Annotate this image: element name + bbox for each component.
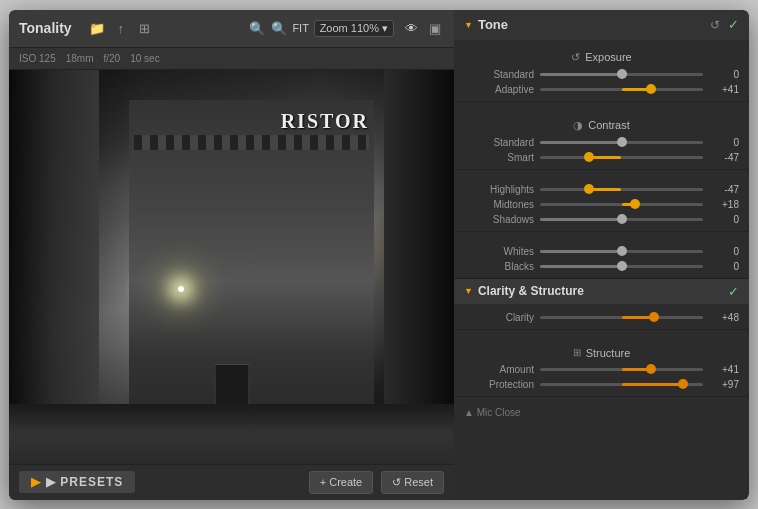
bottom-bar: ▶ ▶ PRESETS + Create ↺ Reset <box>9 464 454 500</box>
photo-scene: RISTOR <box>9 70 454 464</box>
structure-amount-track[interactable] <box>540 368 703 371</box>
create-button[interactable]: + Create <box>309 471 374 494</box>
contrast-standard-track[interactable] <box>540 141 703 144</box>
contrast-standard-row: Standard 0 <box>454 135 749 150</box>
whites-track[interactable] <box>540 250 703 253</box>
contrast-label: Contrast <box>588 119 630 131</box>
clarity-sliders-section: Clarity +48 <box>454 304 749 330</box>
clarity-title: Clarity & Structure <box>478 284 584 298</box>
blacks-row: Blacks 0 <box>454 259 749 274</box>
presets-arrow: ▶ <box>31 475 41 489</box>
zoom-display[interactable]: Zoom 110% ▾ <box>314 20 394 37</box>
presets-button[interactable]: ▶ ▶ PRESETS <box>19 471 135 493</box>
photo-area: RISTOR <box>9 70 454 464</box>
wb-section: Whites 0 Blacks 0 <box>454 238 749 279</box>
structure-protection-row: Protection +97 <box>454 377 749 392</box>
blacks-value: 0 <box>709 261 739 272</box>
highlights-value: -47 <box>709 184 739 195</box>
exposure-adaptive-row: Adaptive +41 <box>454 82 749 97</box>
clarity-row: Clarity +48 <box>454 310 749 325</box>
contrast-smart-track[interactable] <box>540 156 703 159</box>
structure-protection-value: +97 <box>709 379 739 390</box>
shadows-label: Shadows <box>464 214 534 225</box>
grid-icon[interactable]: ⊞ <box>136 19 154 37</box>
exposure-standard-row: Standard 0 <box>454 67 749 82</box>
meta-shutter: 10 sec <box>130 53 159 64</box>
tone-triangle: ▼ <box>464 20 473 30</box>
compare-icon[interactable]: ▣ <box>426 19 444 37</box>
ground <box>9 404 454 464</box>
midtones-value: +18 <box>709 199 739 210</box>
clarity-section-header[interactable]: ▼ Clarity & Structure ✓ <box>454 279 749 304</box>
clarity-track[interactable] <box>540 316 703 319</box>
app-title: Tonality <box>19 20 72 36</box>
exposure-standard-track[interactable] <box>540 73 703 76</box>
eye-icon[interactable]: 👁 <box>402 19 420 37</box>
exposure-label: Exposure <box>585 51 631 63</box>
toolbar-center: 🔍 🔍 FIT Zoom 110% ▾ <box>248 19 394 37</box>
structure-protection-track[interactable] <box>540 383 703 386</box>
meta-aperture: f/20 <box>104 53 121 64</box>
adjustments-scroll[interactable]: ↺ Exposure Standard 0 Adaptive <box>454 40 749 500</box>
exposure-adaptive-value: +41 <box>709 84 739 95</box>
reset-button[interactable]: ↺ Reset <box>381 471 444 494</box>
highlights-track[interactable] <box>540 188 703 191</box>
tone-check-icon[interactable]: ✓ <box>728 17 739 32</box>
tone-title-row: ▼ Tone <box>464 17 508 32</box>
awning <box>134 135 369 150</box>
meta-bar: ISO 125 18mm f/20 10 sec <box>9 48 454 70</box>
exposure-adaptive-label: Adaptive <box>464 84 534 95</box>
clarity-label: Clarity <box>464 312 534 323</box>
blacks-track[interactable] <box>540 265 703 268</box>
tone-label: Tone <box>478 17 508 32</box>
tone-refresh-icon[interactable]: ↺ <box>710 18 720 32</box>
tone-section-header[interactable]: ▼ Tone ↺ ✓ <box>454 10 749 40</box>
mic-close-area: ▲ Mic Close <box>454 403 749 423</box>
tone-actions: ↺ ✓ <box>710 17 739 32</box>
left-panel: Tonality 📁 ↑ ⊞ 🔍 🔍 FIT Zoom 110% ▾ 👁 ▣ I… <box>9 10 454 500</box>
store-sign-text: RISTOR <box>281 110 369 133</box>
highlights-row: Highlights -47 <box>454 182 749 197</box>
exposure-icon: ↺ <box>571 51 580 64</box>
clarity-value: +48 <box>709 312 739 323</box>
whites-value: 0 <box>709 246 739 257</box>
midtones-row: Midtones +18 <box>454 197 749 212</box>
toolbar-icons: 📁 ↑ ⊞ <box>88 19 154 37</box>
right-panel: ▼ Tone ↺ ✓ ↺ Exposure Standard <box>454 10 749 500</box>
share-icon[interactable]: ↑ <box>112 19 130 37</box>
fit-button[interactable]: FIT <box>292 19 310 37</box>
structure-amount-label: Amount <box>464 364 534 375</box>
contrast-smart-value: -47 <box>709 152 739 163</box>
contrast-standard-value: 0 <box>709 137 739 148</box>
whites-label: Whites <box>464 246 534 257</box>
contrast-standard-label: Standard <box>464 137 534 148</box>
meta-focal: 18mm <box>66 53 94 64</box>
structure-amount-value: +41 <box>709 364 739 375</box>
meta-iso: ISO 125 <box>19 53 56 64</box>
exposure-section: ↺ Exposure Standard 0 Adaptive <box>454 40 749 102</box>
folder-icon[interactable]: 📁 <box>88 19 106 37</box>
shadows-row: Shadows 0 <box>454 212 749 227</box>
contrast-title: ◑ Contrast <box>454 114 749 135</box>
blacks-label: Blacks <box>464 261 534 272</box>
presets-label: ▶ PRESETS <box>46 475 123 489</box>
shadows-value: 0 <box>709 214 739 225</box>
mic-close-label: ▲ Mic Close <box>464 407 521 418</box>
structure-title: ⊞ Structure <box>454 342 749 362</box>
contrast-section: ◑ Contrast Standard 0 Smart <box>454 108 749 170</box>
toolbar-right: 👁 ▣ <box>402 19 444 37</box>
toolbar: Tonality 📁 ↑ ⊞ 🔍 🔍 FIT Zoom 110% ▾ 👁 ▣ <box>9 10 454 48</box>
zoom-in-icon[interactable]: 🔍 <box>270 19 288 37</box>
clarity-title-row: ▼ Clarity & Structure <box>464 284 584 298</box>
clarity-triangle: ▼ <box>464 286 473 296</box>
highlights-label: Highlights <box>464 184 534 195</box>
clarity-check-icon[interactable]: ✓ <box>728 284 739 299</box>
shadows-track[interactable] <box>540 218 703 221</box>
structure-icon: ⊞ <box>573 347 581 358</box>
zoom-out-icon[interactable]: 🔍 <box>248 19 266 37</box>
structure-protection-label: Protection <box>464 379 534 390</box>
exposure-standard-value: 0 <box>709 69 739 80</box>
midtones-track[interactable] <box>540 203 703 206</box>
whites-row: Whites 0 <box>454 244 749 259</box>
exposure-adaptive-track[interactable] <box>540 88 703 91</box>
